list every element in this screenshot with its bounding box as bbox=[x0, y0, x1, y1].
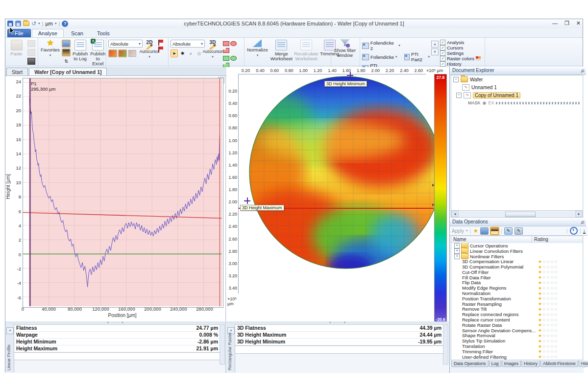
checkbox-checked-icon[interactable]: ✓ bbox=[440, 56, 445, 61]
view-mode1-icon[interactable] bbox=[480, 227, 489, 235]
rating-stars-empty[interactable]: ☆☆☆☆ bbox=[542, 259, 558, 264]
copy-icon[interactable] bbox=[27, 49, 36, 56]
rating-stars-empty[interactable]: ☆☆☆☆ bbox=[542, 291, 558, 296]
operation-row[interactable]: Replace connected regions ★ ☆☆☆☆ bbox=[451, 312, 583, 317]
operation-row[interactable]: 3D Compensation Polynomial ★ ☆☆☆☆ bbox=[451, 264, 583, 270]
min-marker-icon[interactable] bbox=[347, 72, 353, 78]
splitter-handle[interactable]: ▼ ······· ▼ bbox=[5, 321, 225, 324]
result-row[interactable]: 3D Flatness 44.39 µm bbox=[235, 325, 443, 332]
rating-star-filled[interactable]: ★ bbox=[538, 344, 542, 349]
rating-stars-empty[interactable]: ☆☆☆☆ bbox=[542, 328, 558, 333]
rating-star-filled[interactable]: ★ bbox=[538, 354, 542, 359]
paste-button[interactable]: Paste bbox=[7, 39, 25, 67]
rating-star-filled[interactable]: ★ bbox=[538, 307, 542, 312]
apply-dropdown-icon[interactable]: ▾ bbox=[466, 229, 468, 233]
rating-stars-empty[interactable]: ☆☆☆☆ bbox=[542, 265, 558, 270]
operation-row[interactable]: Replace cursor content ★ ☆☆☆☆ bbox=[451, 317, 583, 322]
rating-stars-empty[interactable]: ☆☆☆☆ bbox=[542, 286, 558, 291]
template-scroll-down[interactable]: ▾ bbox=[431, 49, 439, 55]
tab-start[interactable]: Start bbox=[6, 68, 28, 75]
profile-thumb1-icon[interactable] bbox=[108, 49, 117, 57]
template-scroll-up[interactable]: ▴ bbox=[431, 41, 439, 48]
rating-star-filled[interactable]: ★ bbox=[538, 318, 542, 322]
red-ellipse-cursor-icon[interactable] bbox=[230, 41, 237, 46]
column-name[interactable]: Name bbox=[451, 236, 532, 244]
operation-row[interactable]: Rotate Raster Data ★ ☆☆☆☆ bbox=[451, 322, 583, 328]
operation-row[interactable]: Stylus Tip Simulation ★ ☆☆☆☆ bbox=[451, 338, 583, 343]
view-mode2-icon[interactable] bbox=[490, 227, 499, 235]
operation-row[interactable]: User-defined Filtering ★ ☆☆☆☆ bbox=[451, 354, 583, 360]
operation-row[interactable]: Translation ★ ☆☆☆☆ bbox=[451, 343, 583, 349]
profile-flag2-icon[interactable] bbox=[158, 47, 163, 52]
tree-node-wafer[interactable]: − Wafer bbox=[451, 75, 583, 83]
rating-star-filled[interactable]: ★ bbox=[538, 286, 542, 291]
merge-worksheet-button[interactable]: Merge Worksheet bbox=[270, 39, 293, 67]
expand-icon[interactable]: + bbox=[454, 243, 460, 248]
favorites-filter-icon[interactable]: ★ bbox=[473, 227, 478, 234]
rating-stars-empty[interactable]: ☆☆☆☆ bbox=[542, 296, 558, 301]
edit-list-icon[interactable]: ✎ bbox=[514, 227, 523, 235]
rating-star-filled[interactable]: ★ bbox=[538, 275, 542, 280]
max-marker-icon[interactable] bbox=[244, 197, 250, 204]
template-foliendicke-button[interactable]: Foliendicke ▾ bbox=[362, 51, 400, 62]
scroll-right-icon[interactable]: ► bbox=[575, 211, 583, 217]
zoom-tool-icon[interactable]: ⌕ bbox=[187, 49, 195, 57]
recalculate-worksheet-button[interactable]: Recalculate Worksheet bbox=[294, 39, 318, 67]
linear-expand-button[interactable]: » bbox=[6, 327, 14, 334]
tab-analyse[interactable]: Analyse bbox=[32, 29, 64, 37]
profile-mode-combo[interactable]: Absolute▾ bbox=[108, 40, 143, 48]
splitter-handle2[interactable]: ▼ ······· ▼ bbox=[226, 321, 449, 324]
rating-stars-empty[interactable]: ☆☆☆☆ bbox=[542, 301, 558, 306]
result-view2-icon[interactable] bbox=[62, 49, 71, 56]
operation-folder-row[interactable]: + Linear Convolution Filters bbox=[451, 248, 583, 254]
dock-tab[interactable]: Images bbox=[502, 361, 521, 367]
dock-tab[interactable]: Abbott-Firestone bbox=[540, 361, 578, 367]
raster-mode-combo[interactable]: Absolute▾ bbox=[171, 40, 205, 48]
raster-autocursor-button[interactable]: Autocursor bbox=[202, 49, 222, 54]
history-clock-icon[interactable] bbox=[570, 227, 578, 235]
operation-row[interactable]: 3D Compensation Linear ★ ☆☆☆☆ bbox=[451, 259, 583, 264]
profile-plot-area[interactable]: P1 295,300 µm bbox=[23, 78, 223, 308]
edit-operation-icon[interactable]: ✎ bbox=[504, 227, 513, 235]
close-button[interactable]: ✕ bbox=[576, 20, 581, 26]
operation-row[interactable]: Cut-Off Filter ★ ☆☆☆☆ bbox=[451, 270, 583, 275]
linear-results-scrollbar[interactable] bbox=[220, 324, 225, 365]
column-rating[interactable]: Rating bbox=[532, 236, 583, 244]
result-row[interactable]: Flatness 24.77 µm bbox=[14, 325, 220, 332]
red-polygon-cursor-icon[interactable] bbox=[223, 48, 229, 53]
profile-thumb2-icon[interactable] bbox=[118, 49, 127, 57]
checkbox-checked-icon[interactable]: ✓ bbox=[440, 40, 445, 45]
operation-row[interactable]: Normalization ★ ☆☆☆☆ bbox=[451, 291, 583, 296]
dock-tab[interactable]: Data Operations bbox=[451, 361, 489, 367]
rating-star-filled[interactable]: ★ bbox=[538, 301, 542, 306]
rating-stars-empty[interactable]: ☆☆☆☆ bbox=[542, 312, 558, 317]
rating-star-filled[interactable]: ★ bbox=[538, 270, 542, 274]
document-explorer-header[interactable]: Document Explorer ⚲ bbox=[450, 67, 586, 75]
rating-star-filled[interactable]: ★ bbox=[538, 265, 542, 270]
target-tool-icon[interactable]: ◎ bbox=[196, 49, 203, 57]
publish-to-excel-button[interactable]: X Publish to Excel bbox=[90, 39, 106, 67]
eye-icon[interactable]: ◉ bbox=[483, 100, 487, 105]
wafer-heatmap[interactable] bbox=[239, 74, 435, 294]
height-colorbar[interactable]: 27.8 -20.6 bbox=[434, 74, 447, 323]
tree-node-mask[interactable]: MASK ◉ EX bbox=[451, 99, 583, 107]
checkbox-checked-icon[interactable]: ✓ bbox=[440, 50, 445, 56]
scroll-left-icon[interactable]: ◄ bbox=[451, 211, 459, 217]
expand-icon[interactable]: + bbox=[454, 254, 460, 259]
dock-tab[interactable]: History bbox=[521, 361, 540, 367]
pin-icon2[interactable]: ⚲ bbox=[579, 219, 586, 226]
tab-scan[interactable]: Scan bbox=[65, 29, 90, 37]
maximize-button[interactable]: ❐ bbox=[564, 20, 569, 26]
operation-row[interactable]: Flip Data ★ ☆☆☆☆ bbox=[451, 280, 583, 286]
tree-node-unnamed1[interactable]: ∿ Unnamed 1 bbox=[451, 83, 583, 91]
mask-slider-track[interactable] bbox=[496, 102, 580, 104]
red-rect-cursor-icon[interactable] bbox=[223, 41, 229, 46]
scroll-thumb[interactable] bbox=[505, 212, 536, 217]
dock-tab[interactable]: Histogram bbox=[579, 361, 588, 367]
rating-stars-empty[interactable]: ☆☆☆☆ bbox=[542, 307, 558, 312]
operation-row[interactable]: Remove Tilt ★ ☆☆☆☆ bbox=[451, 307, 583, 312]
rating-stars-empty[interactable]: ☆☆☆☆ bbox=[542, 275, 558, 280]
explorer-hscrollbar[interactable]: ◄ ► bbox=[451, 210, 583, 218]
template-foliendicke2-button[interactable]: Foliendicke 2 ▾ bbox=[362, 40, 400, 51]
screenshot-icon[interactable] bbox=[27, 57, 36, 65]
